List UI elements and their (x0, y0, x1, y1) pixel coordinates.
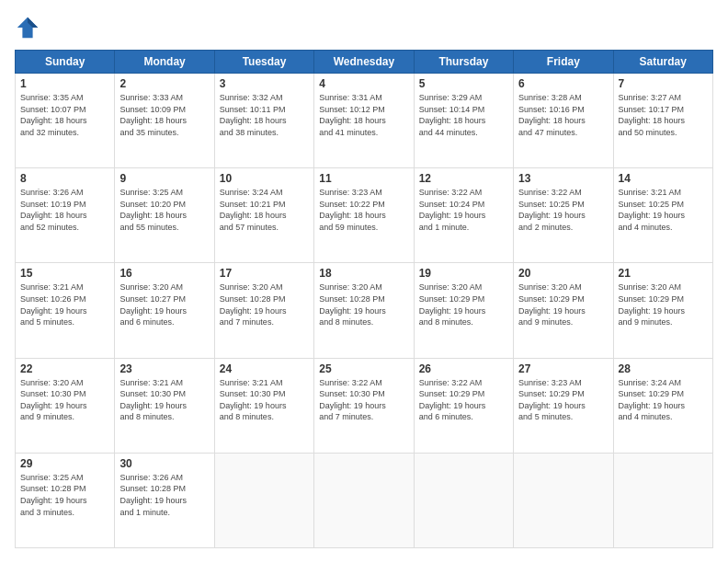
calendar-day-14: 14Sunrise: 3:21 AM Sunset: 10:25 PM Dayl… (613, 168, 712, 263)
day-number: 17 (220, 267, 309, 280)
day-info: Sunrise: 3:33 AM Sunset: 10:09 PM Daylig… (119, 92, 209, 138)
calendar-day-8: 8Sunrise: 3:26 AM Sunset: 10:19 PM Dayli… (16, 168, 115, 263)
day-info: Sunrise: 3:22 AM Sunset: 10:25 PM Daylig… (518, 187, 608, 233)
day-info: Sunrise: 3:20 AM Sunset: 10:29 PM Daylig… (619, 282, 708, 327)
empty-cell (514, 453, 613, 547)
day-info: Sunrise: 3:20 AM Sunset: 10:29 PM Daylig… (419, 282, 508, 327)
day-info: Sunrise: 3:20 AM Sunset: 10:30 PM Daylig… (20, 377, 109, 423)
calendar-day-26: 26Sunrise: 3:22 AM Sunset: 10:29 PM Dayl… (414, 358, 513, 453)
day-number: 3 (220, 77, 309, 90)
calendar-day-19: 19Sunrise: 3:20 AM Sunset: 10:29 PM Dayl… (414, 263, 513, 358)
day-number: 16 (119, 267, 209, 280)
calendar-day-28: 28Sunrise: 3:24 AM Sunset: 10:29 PM Dayl… (613, 358, 712, 453)
day-number: 10 (220, 172, 309, 185)
empty-cell (314, 453, 414, 547)
day-info: Sunrise: 3:24 AM Sunset: 10:29 PM Daylig… (619, 377, 708, 423)
day-number: 14 (619, 172, 708, 185)
day-info: Sunrise: 3:25 AM Sunset: 10:20 PM Daylig… (119, 187, 209, 233)
day-info: Sunrise: 3:21 AM Sunset: 10:26 PM Daylig… (20, 282, 109, 327)
calendar-day-3: 3Sunrise: 3:32 AM Sunset: 10:11 PM Dayli… (214, 74, 313, 168)
calendar-week-1: 1Sunrise: 3:35 AM Sunset: 10:07 PM Dayli… (16, 74, 713, 168)
day-number: 19 (419, 267, 508, 280)
page: SundayMondayTuesdayWednesdayThursdayFrid… (0, 0, 728, 563)
day-info: Sunrise: 3:27 AM Sunset: 10:17 PM Daylig… (619, 92, 708, 138)
day-number: 21 (619, 267, 708, 280)
day-number: 24 (220, 362, 309, 375)
day-info: Sunrise: 3:21 AM Sunset: 10:30 PM Daylig… (220, 377, 309, 423)
calendar-day-10: 10Sunrise: 3:24 AM Sunset: 10:21 PM Dayl… (214, 168, 313, 263)
day-number: 26 (419, 362, 508, 375)
day-number: 4 (319, 77, 408, 90)
day-number: 8 (20, 172, 109, 185)
calendar-day-7: 7Sunrise: 3:27 AM Sunset: 10:17 PM Dayli… (613, 74, 712, 168)
day-number: 22 (20, 362, 109, 375)
calendar-week-4: 22Sunrise: 3:20 AM Sunset: 10:30 PM Dayl… (16, 358, 713, 453)
day-info: Sunrise: 3:23 AM Sunset: 10:22 PM Daylig… (319, 187, 408, 233)
calendar-day-25: 25Sunrise: 3:22 AM Sunset: 10:30 PM Dayl… (314, 358, 414, 453)
calendar-header: SundayMondayTuesdayWednesdayThursdayFrid… (16, 51, 713, 74)
day-header-sunday: Sunday (16, 51, 115, 74)
calendar-body: 1Sunrise: 3:35 AM Sunset: 10:07 PM Dayli… (16, 74, 713, 548)
day-number: 15 (20, 267, 109, 280)
day-number: 25 (319, 362, 408, 375)
day-number: 1 (20, 77, 109, 90)
day-info: Sunrise: 3:20 AM Sunset: 10:28 PM Daylig… (220, 282, 309, 327)
empty-cell (414, 453, 513, 547)
day-info: Sunrise: 3:20 AM Sunset: 10:28 PM Daylig… (319, 282, 408, 327)
calendar-day-13: 13Sunrise: 3:22 AM Sunset: 10:25 PM Dayl… (514, 168, 613, 263)
calendar-day-11: 11Sunrise: 3:23 AM Sunset: 10:22 PM Dayl… (314, 168, 414, 263)
calendar-day-24: 24Sunrise: 3:21 AM Sunset: 10:30 PM Dayl… (214, 358, 313, 453)
day-number: 9 (119, 172, 209, 185)
day-number: 18 (319, 267, 408, 280)
day-info: Sunrise: 3:32 AM Sunset: 10:11 PM Daylig… (220, 92, 309, 138)
day-info: Sunrise: 3:22 AM Sunset: 10:29 PM Daylig… (419, 377, 508, 423)
calendar-day-1: 1Sunrise: 3:35 AM Sunset: 10:07 PM Dayli… (16, 74, 115, 168)
day-info: Sunrise: 3:26 AM Sunset: 10:28 PM Daylig… (119, 472, 209, 518)
calendar-day-23: 23Sunrise: 3:21 AM Sunset: 10:30 PM Dayl… (115, 358, 214, 453)
day-info: Sunrise: 3:25 AM Sunset: 10:28 PM Daylig… (20, 472, 109, 518)
day-header-thursday: Thursday (414, 51, 513, 74)
calendar-week-2: 8Sunrise: 3:26 AM Sunset: 10:19 PM Dayli… (16, 168, 713, 263)
header (15, 15, 713, 40)
day-info: Sunrise: 3:31 AM Sunset: 10:12 PM Daylig… (319, 92, 408, 138)
day-info: Sunrise: 3:22 AM Sunset: 10:30 PM Daylig… (319, 377, 408, 423)
day-header-wednesday: Wednesday (314, 51, 414, 74)
calendar-day-21: 21Sunrise: 3:20 AM Sunset: 10:29 PM Dayl… (613, 263, 712, 358)
day-number: 30 (119, 457, 209, 470)
empty-cell (613, 453, 712, 547)
day-number: 27 (518, 362, 608, 375)
day-number: 5 (419, 77, 508, 90)
day-info: Sunrise: 3:21 AM Sunset: 10:30 PM Daylig… (119, 377, 209, 423)
calendar-day-30: 30Sunrise: 3:26 AM Sunset: 10:28 PM Dayl… (115, 453, 214, 547)
calendar-table: SundayMondayTuesdayWednesdayThursdayFrid… (15, 50, 713, 548)
calendar-day-15: 15Sunrise: 3:21 AM Sunset: 10:26 PM Dayl… (16, 263, 115, 358)
day-number: 6 (518, 77, 608, 90)
calendar-week-3: 15Sunrise: 3:21 AM Sunset: 10:26 PM Dayl… (16, 263, 713, 358)
day-number: 12 (419, 172, 508, 185)
day-info: Sunrise: 3:28 AM Sunset: 10:16 PM Daylig… (518, 92, 608, 138)
day-info: Sunrise: 3:24 AM Sunset: 10:21 PM Daylig… (220, 187, 309, 233)
calendar-week-5: 29Sunrise: 3:25 AM Sunset: 10:28 PM Dayl… (16, 453, 713, 547)
empty-cell (214, 453, 313, 547)
day-header-monday: Monday (115, 51, 214, 74)
day-number: 20 (518, 267, 608, 280)
calendar-day-29: 29Sunrise: 3:25 AM Sunset: 10:28 PM Dayl… (16, 453, 115, 547)
day-number: 7 (619, 77, 708, 90)
day-info: Sunrise: 3:20 AM Sunset: 10:29 PM Daylig… (518, 282, 608, 327)
calendar-day-27: 27Sunrise: 3:23 AM Sunset: 10:29 PM Dayl… (514, 358, 613, 453)
day-number: 11 (319, 172, 408, 185)
day-info: Sunrise: 3:20 AM Sunset: 10:27 PM Daylig… (119, 282, 209, 327)
calendar-day-5: 5Sunrise: 3:29 AM Sunset: 10:14 PM Dayli… (414, 74, 513, 168)
day-info: Sunrise: 3:22 AM Sunset: 10:24 PM Daylig… (419, 187, 508, 233)
calendar-header-row: SundayMondayTuesdayWednesdayThursdayFrid… (16, 51, 713, 74)
day-number: 28 (619, 362, 708, 375)
logo (15, 15, 44, 40)
calendar-day-20: 20Sunrise: 3:20 AM Sunset: 10:29 PM Dayl… (514, 263, 613, 358)
calendar-day-2: 2Sunrise: 3:33 AM Sunset: 10:09 PM Dayli… (115, 74, 214, 168)
logo-icon (15, 15, 40, 40)
day-number: 29 (20, 457, 109, 470)
calendar-day-4: 4Sunrise: 3:31 AM Sunset: 10:12 PM Dayli… (314, 74, 414, 168)
day-info: Sunrise: 3:29 AM Sunset: 10:14 PM Daylig… (419, 92, 508, 138)
day-info: Sunrise: 3:26 AM Sunset: 10:19 PM Daylig… (20, 187, 109, 233)
day-number: 2 (119, 77, 209, 90)
